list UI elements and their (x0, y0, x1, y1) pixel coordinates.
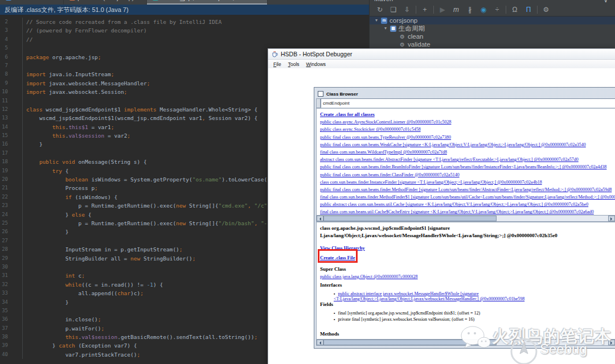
maven-tree-row[interactable]: ⚙validate (370, 40, 615, 48)
gutter-separator (10, 219, 23, 228)
interface-link[interactable]: public abstract interface javax.websocke… (334, 291, 524, 301)
gutter-separator (10, 193, 23, 201)
line-number: 35 (0, 307, 10, 315)
code-text: import javax.websocket.Session; (26, 88, 127, 96)
class-list-hscrollbar[interactable] (316, 215, 615, 222)
code-text: while((c = in.read()) != -1) { (26, 280, 163, 289)
gutter-separator (10, 61, 23, 70)
class-link[interactable]: public final class com.sun.beans.TypeRes… (320, 135, 451, 140)
scroll-right-arrow-icon[interactable] (608, 340, 615, 345)
class-link[interactable]: class com.sun.beans.finder.InstanceFinde… (320, 180, 542, 185)
detail-hscrollbar[interactable] (316, 339, 615, 346)
gutter-separator (10, 123, 23, 131)
scroll-left-arrow-icon[interactable] (317, 340, 323, 345)
profiler-icon[interactable]: Ω (508, 3, 522, 16)
class-link[interactable]: public final class com.sun.beans.finder.… (320, 187, 612, 192)
toggle-offline-icon[interactable]: ÷ (490, 3, 504, 16)
class-link-row: public final class com.sun.beans.finder.… (320, 171, 615, 179)
class-link[interactable]: abstract class com.sun.beans.finder.Abst… (320, 157, 579, 162)
code-text: this.val$session.getBasicRemote().sendTe… (26, 333, 257, 341)
tab-label: README.md (14, 0, 51, 1)
maven-tree-row[interactable]: ▾▤生命周期 (370, 24, 615, 32)
class-link[interactable]: public class async.AsyncStockContextList… (320, 119, 451, 125)
gutter-separator (10, 333, 23, 341)
field-item: private final [synthetic] javax.websocke… (334, 317, 613, 322)
class-link[interactable]: Create .class for all classes (320, 111, 375, 117)
code-text: package org.apache.jsp; (26, 53, 101, 61)
execute-goal-icon[interactable]: ◉ (477, 3, 490, 16)
maven-tree-row[interactable]: ▾mcorsjsonp (370, 16, 615, 24)
dependency-analyzer-icon[interactable]: Π (522, 3, 535, 16)
code-text: InputStream in = p.getInputStream(); (26, 245, 183, 254)
class-search-input[interactable] (321, 98, 615, 108)
scroll-right-arrow-icon[interactable] (608, 216, 615, 221)
code-text: p.waitFor(); (26, 324, 104, 333)
code-text: } (26, 140, 43, 148)
class-link[interactable]: public final class com.sun.beans.finder.… (320, 172, 460, 177)
internal-frame-icon (318, 91, 323, 97)
editor-tab[interactable]: MDREADME.md× (0, 0, 64, 5)
super-class-link[interactable]: public class java.lang.Object @0x0000000… (320, 274, 418, 279)
class-link[interactable]: public final class com.sun.beans.finder.… (320, 164, 606, 169)
file-type-icon: C (153, 0, 158, 1)
code-text: this.val$session = var2; (26, 131, 130, 140)
code-text: if (isWindows) { (26, 193, 117, 201)
create-class-file-link[interactable]: Create .class File (320, 255, 355, 260)
line-number: 32 (0, 280, 10, 289)
editor-tab[interactable]: mpom.xml (corsjsonp)× (64, 0, 147, 5)
line-number: 20 (0, 175, 10, 184)
class-link[interactable]: final class com.sun.beans.finder.MethodF… (320, 195, 615, 200)
scrollbar-thumb[interactable] (323, 216, 497, 221)
gutter-separator (10, 114, 23, 122)
chevron-down-icon[interactable]: ▾ (383, 24, 388, 32)
add-maven-project-icon[interactable]: + (418, 3, 432, 16)
class-browser-frame: Class Browser Create .class for all clas… (314, 88, 615, 348)
skip-tests-icon[interactable]: ∦ (463, 3, 477, 16)
class-link[interactable]: final class com.sun.beans.WildcardTypeIm… (320, 150, 447, 155)
line-number: 10 (0, 88, 10, 96)
line-number: 23 (0, 201, 10, 210)
class-browser-title-bar[interactable]: Class Browser (316, 89, 615, 98)
menu-file[interactable]: File (270, 61, 284, 67)
maven-tree-row[interactable]: ⚙clean (370, 32, 615, 40)
editor-tab[interactable]: Cwscmd_jsp$cmdEndpoint$1.class× (147, 0, 268, 5)
gutter-separator (10, 149, 23, 158)
download-sources-icon[interactable]: ⇩ (400, 3, 414, 16)
code-text: this.this$1 = var1; (26, 123, 114, 131)
menu-windows[interactable]: Windows (304, 61, 329, 67)
class-link-row: public final class com.sun.beans.finder.… (320, 163, 615, 171)
line-number: 36 (0, 315, 10, 324)
class-link[interactable]: public final class com.sun.beans.WeakCac… (320, 142, 586, 147)
class-link[interactable]: public class async.Stockticker @0x000000… (320, 127, 421, 132)
hsdb-title-bar[interactable]: HSDB - HotSpot Debugger (268, 49, 615, 60)
gutter-separator (10, 210, 23, 219)
code-text: all.append((char)c); (26, 289, 144, 297)
close-tab-icon[interactable]: × (137, 0, 141, 1)
class-link-row: public class async.Stockticker @0x000000… (320, 126, 615, 133)
gutter-separator (10, 184, 23, 192)
generate-sources-icon[interactable]: ❏ (387, 3, 400, 16)
code-line: 4// (0, 35, 369, 44)
code-text: p = Runtime.getRuntime().exec(new String… (26, 201, 270, 210)
class-link[interactable]: final class com.sun.beans.util.Cache$Cac… (320, 209, 594, 214)
chevron-down-icon[interactable]: ▾ (374, 16, 379, 24)
reload-maven-projects-icon[interactable]: ↻ (373, 3, 387, 16)
gutter-separator (10, 324, 23, 333)
class-list-panel: Create .class for all classespublic clas… (316, 108, 615, 215)
line-number: 22 (0, 193, 10, 201)
code-text: } (26, 228, 68, 236)
scrollbar-thumb[interactable] (323, 340, 497, 345)
execute-maven-goal-icon[interactable]: m (449, 3, 463, 16)
scroll-left-arrow-icon[interactable] (317, 216, 323, 221)
close-tab-icon[interactable]: × (54, 0, 58, 1)
run-icon[interactable]: ▶ (436, 3, 449, 16)
code-line: 3// (powered by FernFlower decompiler) (0, 26, 369, 35)
class-link[interactable]: public abstract class com.sun.beans.util… (320, 202, 588, 207)
menu-tools[interactable]: Tools (285, 61, 302, 67)
maven-toolbar: ↻❏⇩+▶m∦◉÷ΩΠ⚙ (370, 3, 615, 16)
code-text: var7.printStackTrace(); (26, 350, 140, 359)
gutter-separator (10, 88, 23, 96)
collapse-panel-icon[interactable]: ∨ (604, 0, 608, 3)
close-tab-icon[interactable]: × (258, 0, 261, 1)
maven-settings-wrench-icon[interactable]: ⚙ (539, 3, 553, 16)
